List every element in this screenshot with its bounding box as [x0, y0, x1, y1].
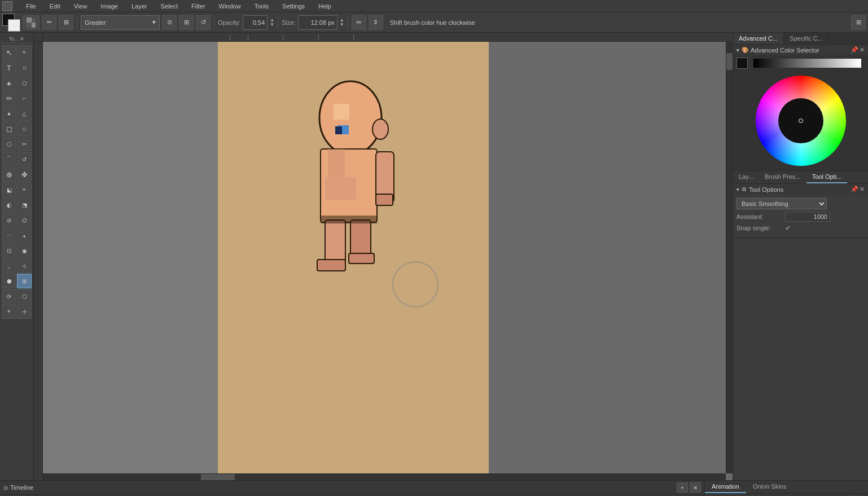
assistant-label: Assistant:	[737, 213, 782, 220]
tool-blur[interactable]: △	[17, 106, 32, 121]
pick-color-btn[interactable]: ✏	[42, 15, 56, 30]
vscroll-thumb[interactable]	[726, 53, 733, 70]
tool-extra1[interactable]: ⟳	[2, 289, 16, 304]
smoothing-select[interactable]: Basic Smoothing None Weighted	[737, 198, 827, 209]
timeline-add-btn[interactable]: +	[677, 482, 688, 493]
pin-icon[interactable]: 📌	[851, 46, 858, 54]
menu-view[interactable]: View	[71, 2, 91, 11]
color-wheel[interactable]	[756, 76, 846, 166]
tool-options-header: ▾ ⚙ Tool Options 📌 ✕	[733, 184, 868, 195]
mirror-v-btn[interactable]: ⇕	[369, 15, 383, 30]
tool-curves[interactable]: ⌬	[17, 213, 32, 227]
tool-fuzzy-select[interactable]: ⌖	[17, 45, 32, 60]
menu-filter[interactable]: Filter	[188, 2, 208, 11]
tool-extra2[interactable]: ⬡	[17, 289, 32, 304]
toolbox-title: To... ✕	[1, 35, 32, 43]
tool-iscissors[interactable]: ↺	[17, 152, 32, 166]
tool-blend[interactable]: ⊘	[2, 213, 16, 227]
tool-paint[interactable]: ⊞	[17, 274, 32, 288]
brush-mode-dropdown[interactable]: Greater ▾	[81, 15, 160, 30]
tool-flip[interactable]: ⊹	[17, 258, 32, 273]
menu-layer[interactable]: Layer	[128, 2, 151, 11]
opacity-stepper[interactable]: ▲ ▼	[270, 18, 274, 27]
tool-bucket-fill[interactable]: ⬔	[17, 197, 32, 212]
size-stepper[interactable]: ▲ ▼	[340, 18, 344, 27]
checkerboard-btn[interactable]	[23, 15, 40, 30]
assistant-input[interactable]	[785, 212, 830, 222]
menu-file[interactable]: File	[23, 2, 40, 11]
hscrollbar[interactable]	[43, 473, 726, 480]
tool-ruler[interactable]: ⌖	[2, 304, 16, 319]
canvas-area[interactable]	[43, 42, 733, 480]
svg-rect-11	[328, 149, 345, 177]
tool-levels[interactable]: ⋯	[2, 228, 16, 243]
anim-tab-onion[interactable]: Onion Skins	[746, 481, 793, 493]
tool-rect-select[interactable]: ◻	[2, 121, 16, 136]
pin-tool-icon[interactable]: 📌	[851, 186, 858, 193]
tool-color-picker[interactable]: ◐	[2, 197, 16, 212]
menu-select[interactable]: Select	[157, 2, 181, 11]
menu-settings[interactable]: Settings	[279, 2, 308, 11]
tool-zoom[interactable]: ⊕	[2, 167, 16, 182]
timeline-close-btn[interactable]: ✕	[690, 482, 701, 493]
hscroll-thumb[interactable]	[201, 474, 235, 480]
tool-airbrush[interactable]: ▲	[2, 106, 16, 121]
close-color-icon[interactable]: ✕	[860, 46, 865, 54]
tool-pencil[interactable]: ✏	[2, 91, 16, 106]
tool-collapse-arrow[interactable]: ▾	[737, 187, 739, 192]
reset-btn[interactable]: ↺	[196, 15, 211, 30]
svg-rect-17	[321, 216, 377, 223]
sep4	[348, 16, 348, 29]
tab-advanced-color[interactable]: Advanced C...	[733, 33, 784, 44]
hue-gradient[interactable]	[753, 59, 861, 68]
menu-edit[interactable]: Edit	[46, 2, 64, 11]
opacity-input[interactable]	[243, 15, 268, 30]
tool-measure[interactable]: ⌖	[17, 182, 32, 197]
menu-tools[interactable]: Tools	[251, 2, 273, 11]
animation-tabs: Animation Onion Skins	[705, 481, 868, 494]
tool-align[interactable]: ⬕	[2, 182, 16, 197]
tool-clone[interactable]: ⌑	[17, 60, 32, 75]
tool-warp[interactable]: ◉	[17, 243, 32, 258]
sub-tab-tool[interactable]: Tool Opti...	[806, 171, 848, 183]
snap-single-check[interactable]: ✓	[785, 224, 791, 232]
canvas-scroll	[43, 42, 733, 480]
tool-threshold[interactable]: ⬥	[17, 228, 32, 243]
tab-specific-color[interactable]: Specific C...	[784, 33, 829, 44]
tool-paths[interactable]: ⌒	[2, 152, 16, 166]
anim-tab-animation[interactable]: Animation	[705, 481, 746, 493]
tool-select-rect[interactable]: ↖	[2, 45, 16, 60]
color-wheel-container[interactable]	[733, 71, 868, 170]
collapse-arrow[interactable]: ▾	[737, 47, 739, 53]
menu-help[interactable]: Help	[315, 2, 335, 11]
menu-image[interactable]: Image	[97, 2, 121, 11]
tool-ellipse-select[interactable]: ○	[17, 121, 32, 136]
tool-cage[interactable]: ◟	[2, 258, 16, 273]
color-swatches[interactable]	[2, 14, 20, 32]
color-swatch-dark[interactable]	[737, 58, 748, 69]
mirror-h-btn[interactable]: ⇔	[352, 15, 366, 30]
tool-scissors[interactable]: ✂	[17, 137, 32, 151]
menu-window[interactable]: Window	[216, 2, 244, 11]
erase-btn[interactable]: ⊘	[162, 15, 177, 30]
canvas[interactable]	[218, 42, 489, 480]
tool-perspective[interactable]: ⬢	[2, 274, 16, 288]
tool-heal[interactable]: ◈	[2, 76, 16, 90]
size-input[interactable]	[298, 15, 337, 30]
sub-tab-brush[interactable]: Brush Pres...	[759, 171, 806, 183]
tool-ink[interactable]: ⌐	[17, 91, 32, 106]
tool-move[interactable]: ✥	[17, 167, 32, 182]
expand-btn[interactable]: ⊞	[851, 15, 866, 30]
sub-tab-layers[interactable]: Lay...	[733, 171, 759, 183]
right-panel: Advanced C... Specific C... ▾ 🎨 Advanced…	[733, 33, 868, 480]
grid-btn[interactable]: ⊞	[59, 15, 73, 30]
close-tool-icon[interactable]: ✕	[860, 186, 865, 193]
tool-navigate[interactable]: ☩	[17, 304, 32, 319]
tool-text[interactable]: T	[2, 60, 16, 75]
tool-eraser[interactable]: ⬡	[17, 76, 32, 90]
align-btn[interactable]: ⊞	[179, 15, 194, 30]
tool-free-select[interactable]: ⬡	[2, 137, 16, 151]
vscrollbar[interactable]	[726, 42, 733, 473]
svg-point-8	[372, 119, 388, 139]
tool-transform[interactable]: ⊡	[2, 243, 16, 258]
